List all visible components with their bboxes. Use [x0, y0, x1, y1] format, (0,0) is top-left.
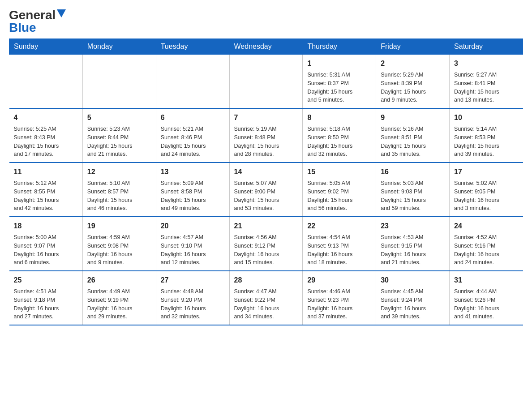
day-info: Sunrise: 5:21 AM Sunset: 8:46 PM Dayligh… — [161, 125, 225, 158]
day-number: 13 — [161, 167, 225, 177]
day-number: 23 — [381, 221, 445, 231]
day-info: Sunrise: 5:10 AM Sunset: 8:57 PM Dayligh… — [87, 179, 151, 213]
calendar-cell: 28Sunrise: 4:47 AM Sunset: 9:22 PM Dayli… — [229, 271, 303, 325]
day-info: Sunrise: 5:16 AM Sunset: 8:51 PM Dayligh… — [381, 125, 445, 158]
day-info: Sunrise: 4:49 AM Sunset: 9:19 PM Dayligh… — [87, 287, 151, 321]
calendar-cell: 12Sunrise: 5:10 AM Sunset: 8:57 PM Dayli… — [82, 163, 156, 217]
calendar-cell: 31Sunrise: 4:44 AM Sunset: 9:26 PM Dayli… — [450, 271, 523, 325]
day-info: Sunrise: 4:57 AM Sunset: 9:10 PM Dayligh… — [161, 233, 225, 267]
calendar-cell — [82, 55, 156, 109]
calendar-cell — [229, 55, 303, 109]
day-number: 10 — [454, 112, 518, 123]
day-number: 6 — [161, 112, 225, 123]
calendar-cell: 10Sunrise: 5:14 AM Sunset: 8:53 PM Dayli… — [450, 108, 523, 163]
day-number: 20 — [161, 221, 225, 231]
day-info: Sunrise: 4:52 AM Sunset: 9:16 PM Dayligh… — [454, 233, 518, 267]
day-info: Sunrise: 4:54 AM Sunset: 9:13 PM Dayligh… — [307, 233, 371, 267]
calendar-cell: 25Sunrise: 4:51 AM Sunset: 9:18 PM Dayli… — [9, 271, 83, 325]
day-number: 5 — [87, 112, 151, 123]
day-number: 17 — [454, 167, 518, 177]
day-info: Sunrise: 5:18 AM Sunset: 8:50 PM Dayligh… — [307, 125, 371, 158]
calendar-week-row: 25Sunrise: 4:51 AM Sunset: 9:18 PM Dayli… — [9, 271, 523, 325]
calendar-cell — [156, 55, 229, 109]
day-info: Sunrise: 5:29 AM Sunset: 8:39 PM Dayligh… — [381, 71, 445, 104]
day-number: 22 — [307, 221, 371, 231]
calendar-cell: 3Sunrise: 5:27 AM Sunset: 8:41 PM Daylig… — [450, 55, 523, 109]
day-number: 12 — [87, 167, 151, 177]
calendar-cell: 1Sunrise: 5:31 AM Sunset: 8:37 PM Daylig… — [303, 55, 376, 109]
calendar-cell: 4Sunrise: 5:25 AM Sunset: 8:43 PM Daylig… — [9, 108, 83, 163]
day-number: 2 — [381, 58, 445, 69]
day-number: 4 — [14, 112, 78, 123]
calendar-table: SundayMondayTuesdayWednesdayThursdayFrid… — [9, 39, 523, 325]
day-info: Sunrise: 5:12 AM Sunset: 8:55 PM Dayligh… — [14, 179, 78, 213]
calendar-cell: 13Sunrise: 5:09 AM Sunset: 8:58 PM Dayli… — [156, 163, 229, 217]
calendar-cell: 19Sunrise: 4:59 AM Sunset: 9:08 PM Dayli… — [82, 217, 156, 271]
calendar-cell: 16Sunrise: 5:03 AM Sunset: 9:03 PM Dayli… — [376, 163, 450, 217]
day-info: Sunrise: 4:48 AM Sunset: 9:20 PM Dayligh… — [161, 287, 225, 321]
calendar-cell: 18Sunrise: 5:00 AM Sunset: 9:07 PM Dayli… — [9, 217, 83, 271]
day-info: Sunrise: 5:19 AM Sunset: 8:48 PM Dayligh… — [234, 125, 298, 158]
day-info: Sunrise: 5:00 AM Sunset: 9:07 PM Dayligh… — [14, 233, 78, 267]
calendar-cell: 29Sunrise: 4:46 AM Sunset: 9:23 PM Dayli… — [303, 271, 376, 325]
header-tuesday: Tuesday — [156, 39, 229, 55]
day-info: Sunrise: 4:56 AM Sunset: 9:12 PM Dayligh… — [234, 233, 298, 267]
day-number: 24 — [454, 221, 518, 231]
day-number: 11 — [14, 167, 78, 177]
day-info: Sunrise: 5:31 AM Sunset: 8:37 PM Dayligh… — [307, 71, 371, 104]
header-saturday: Saturday — [450, 39, 523, 55]
logo-triangle-icon — [57, 9, 66, 17]
day-number: 3 — [454, 58, 518, 69]
day-number: 9 — [381, 112, 445, 123]
header-monday: Monday — [82, 39, 156, 55]
day-number: 21 — [234, 221, 298, 231]
calendar-cell: 11Sunrise: 5:12 AM Sunset: 8:55 PM Dayli… — [9, 163, 83, 217]
day-number: 29 — [307, 275, 371, 286]
day-info: Sunrise: 5:25 AM Sunset: 8:43 PM Dayligh… — [14, 125, 78, 158]
calendar-cell: 17Sunrise: 5:02 AM Sunset: 9:05 PM Dayli… — [450, 163, 523, 217]
calendar-cell: 20Sunrise: 4:57 AM Sunset: 9:10 PM Dayli… — [156, 217, 229, 271]
day-number: 15 — [307, 167, 371, 177]
day-number: 27 — [161, 275, 225, 286]
calendar-cell: 6Sunrise: 5:21 AM Sunset: 8:46 PM Daylig… — [156, 108, 229, 163]
calendar-cell: 15Sunrise: 5:05 AM Sunset: 9:02 PM Dayli… — [303, 163, 376, 217]
logo-general-text: General — [9, 8, 56, 22]
day-number: 18 — [14, 221, 78, 231]
calendar-week-row: 4Sunrise: 5:25 AM Sunset: 8:43 PM Daylig… — [9, 108, 523, 163]
logo-blue-text: Blue — [9, 21, 36, 34]
day-info: Sunrise: 5:27 AM Sunset: 8:41 PM Dayligh… — [454, 71, 518, 104]
day-info: Sunrise: 4:53 AM Sunset: 9:15 PM Dayligh… — [381, 233, 445, 267]
day-number: 30 — [381, 275, 445, 286]
page-header: General Blue — [9, 9, 523, 34]
calendar-cell: 23Sunrise: 4:53 AM Sunset: 9:15 PM Dayli… — [376, 217, 450, 271]
day-number: 19 — [87, 221, 151, 231]
day-number: 7 — [234, 112, 298, 123]
day-number: 16 — [381, 167, 445, 177]
calendar-week-row: 11Sunrise: 5:12 AM Sunset: 8:55 PM Dayli… — [9, 163, 523, 217]
calendar-cell: 24Sunrise: 4:52 AM Sunset: 9:16 PM Dayli… — [450, 217, 523, 271]
day-info: Sunrise: 5:02 AM Sunset: 9:05 PM Dayligh… — [454, 179, 518, 213]
day-info: Sunrise: 5:14 AM Sunset: 8:53 PM Dayligh… — [454, 125, 518, 158]
day-info: Sunrise: 4:51 AM Sunset: 9:18 PM Dayligh… — [14, 287, 78, 321]
day-info: Sunrise: 4:46 AM Sunset: 9:23 PM Dayligh… — [307, 287, 371, 321]
day-info: Sunrise: 4:47 AM Sunset: 9:22 PM Dayligh… — [234, 287, 298, 321]
day-info: Sunrise: 5:07 AM Sunset: 9:00 PM Dayligh… — [234, 179, 298, 213]
calendar-cell — [9, 55, 83, 109]
day-info: Sunrise: 5:09 AM Sunset: 8:58 PM Dayligh… — [161, 179, 225, 213]
day-number: 28 — [234, 275, 298, 286]
calendar-cell: 5Sunrise: 5:23 AM Sunset: 8:44 PM Daylig… — [82, 108, 156, 163]
day-number: 1 — [307, 58, 371, 69]
header-friday: Friday — [376, 39, 450, 55]
calendar-cell: 27Sunrise: 4:48 AM Sunset: 9:20 PM Dayli… — [156, 271, 229, 325]
calendar-cell: 22Sunrise: 4:54 AM Sunset: 9:13 PM Dayli… — [303, 217, 376, 271]
calendar-header-row: SundayMondayTuesdayWednesdayThursdayFrid… — [9, 39, 523, 55]
calendar-week-row: 1Sunrise: 5:31 AM Sunset: 8:37 PM Daylig… — [9, 55, 523, 109]
calendar-cell: 7Sunrise: 5:19 AM Sunset: 8:48 PM Daylig… — [229, 108, 303, 163]
calendar-cell: 30Sunrise: 4:45 AM Sunset: 9:24 PM Dayli… — [376, 271, 450, 325]
day-number: 8 — [307, 112, 371, 123]
calendar-cell: 21Sunrise: 4:56 AM Sunset: 9:12 PM Dayli… — [229, 217, 303, 271]
day-number: 25 — [14, 275, 78, 286]
calendar-cell: 26Sunrise: 4:49 AM Sunset: 9:19 PM Dayli… — [82, 271, 156, 325]
calendar-cell: 9Sunrise: 5:16 AM Sunset: 8:51 PM Daylig… — [376, 108, 450, 163]
day-info: Sunrise: 4:44 AM Sunset: 9:26 PM Dayligh… — [454, 287, 518, 321]
